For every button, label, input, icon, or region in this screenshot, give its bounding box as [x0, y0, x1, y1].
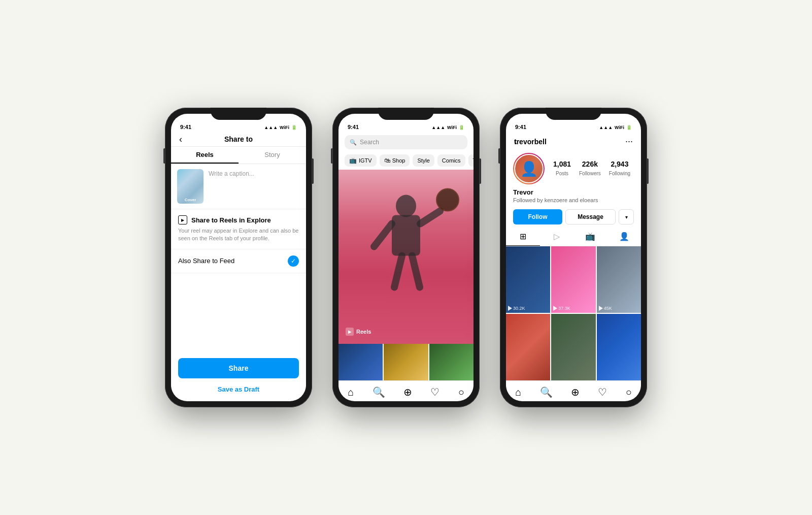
nav-profile-icon[interactable]: ○ [458, 387, 464, 398]
chip-comics[interactable]: Comics [437, 154, 465, 167]
reel-background [339, 170, 473, 344]
message-button[interactable]: Message [565, 209, 616, 224]
share-button[interactable]: Share [178, 358, 299, 378]
shop-icon: 🛍 [384, 157, 390, 164]
also-share-toggle[interactable]: ✓ [288, 255, 299, 267]
profile-back-button[interactable]: ‹ [514, 136, 517, 147]
back-button[interactable]: ‹ [179, 134, 182, 145]
search-placeholder: Search [360, 139, 379, 146]
view-count-3: 45K [604, 306, 612, 311]
phone-share-reels: 9:41 ▲▲▲ WiFi 🔋 ‹ Share to Reels Story C… [165, 108, 312, 407]
wifi-icon: WiFi [280, 125, 289, 130]
tab-reels[interactable]: Reels [171, 147, 239, 164]
photo-cell-3[interactable]: 45K [597, 246, 641, 313]
svg-line-5 [394, 256, 402, 287]
phone-profile: 9:41 ▲▲▲ WiFi 🔋 ‹ trevorbell ··· 👤 [500, 108, 647, 407]
svg-line-6 [412, 256, 420, 287]
time-3: 9:41 [515, 124, 526, 130]
chip-tvmovie[interactable]: TV & Movie [468, 154, 473, 167]
chip-style-label: Style [417, 157, 429, 164]
search-icon: 🔍 [350, 139, 357, 146]
tab-story[interactable]: Story [239, 147, 306, 164]
profile-name-section: Trevor Followed by kenzoere and eloears [506, 187, 641, 206]
svg-rect-1 [392, 215, 420, 256]
posts-count: 1,081 [553, 160, 571, 168]
dropdown-button[interactable]: ▾ [619, 209, 634, 224]
play-icon-3 [599, 306, 603, 311]
play-icon-1 [508, 306, 512, 311]
signal-icon-2: ▲▲▲ [431, 125, 445, 130]
following-count: 2,943 [609, 160, 630, 168]
share-explore-title-row: ▶ Share to Reels in Explore [178, 215, 299, 224]
tabs-row: Reels Story [171, 147, 306, 164]
share-explore-section: ▶ Share to Reels in Explore Your reel ma… [171, 209, 306, 249]
status-icons-2: ▲▲▲ WiFi 🔋 [431, 125, 464, 130]
svg-point-4 [436, 189, 459, 211]
grid-cell-3[interactable] [429, 344, 473, 380]
photo-grid: 30.2K 37.3K 45K [506, 246, 641, 380]
phones-container: 9:41 ▲▲▲ WiFi 🔋 ‹ Share to Reels Story C… [155, 98, 657, 417]
nav-profile-3[interactable]: ○ [626, 387, 632, 398]
bottom-nav-2: ⌂ 🔍 ⊕ ♡ ○ [339, 380, 473, 401]
battery-icon-2: 🔋 [459, 125, 464, 130]
search-bar[interactable]: 🔍 Search [345, 135, 467, 149]
chip-style[interactable]: Style [413, 154, 434, 167]
photo-cell-2[interactable]: 37.3K [551, 246, 595, 313]
caption-input[interactable]: Write a caption... [209, 169, 300, 204]
battery-icon-3: 🔋 [626, 125, 632, 130]
nav-add-3[interactable]: ⊕ [571, 386, 580, 398]
avatar-icon: 👤 [520, 160, 538, 177]
action-buttons-row: Follow Message ▾ [506, 206, 641, 228]
photo-cell-1[interactable]: 30.2K [506, 246, 550, 313]
nav-home-3[interactable]: ⌂ [515, 387, 521, 398]
chip-shop[interactable]: 🛍 Shop [380, 154, 410, 167]
photo-cell-6[interactable] [597, 314, 641, 380]
tab-grid[interactable]: ⊞ [506, 228, 540, 246]
nav-heart-icon[interactable]: ♡ [430, 386, 439, 398]
chip-comics-label: Comics [442, 157, 461, 164]
also-share-row[interactable]: Also Share to Feed ✓ [171, 249, 306, 273]
nav-home-icon[interactable]: ⌂ [348, 387, 354, 398]
more-options-button[interactable]: ··· [625, 136, 633, 147]
also-share-label: Also Share to Feed [178, 257, 234, 265]
nav-search-icon[interactable]: 🔍 [373, 386, 385, 398]
nav-heart-3[interactable]: ♡ [598, 386, 607, 398]
share-title: Share to [224, 135, 253, 143]
caption-area: Cover Write a caption... [171, 164, 306, 209]
notch-2 [378, 108, 434, 120]
notch-1 [211, 108, 266, 120]
stat-posts: 1,081 Posts [553, 160, 571, 177]
svg-line-3 [420, 211, 440, 224]
profile-header: ‹ trevorbell ··· [506, 132, 641, 150]
save-draft-button[interactable]: Save as Draft [178, 383, 299, 395]
status-icons-3: ▲▲▲ WiFi 🔋 [599, 125, 632, 130]
photo-cell-4[interactable] [506, 314, 550, 380]
tab-reels[interactable]: ▷ [540, 228, 574, 246]
main-reel-area: ▶ Reels [339, 170, 473, 344]
tab-tagged[interactable]: 👤 [607, 228, 641, 246]
avatar-image: 👤 [514, 154, 544, 183]
categories-row: 📺 IGTV 🛍 Shop Style Comics TV & Movie [339, 152, 473, 170]
posts-label: Posts [556, 171, 568, 176]
reel-small-icon: ▶ [346, 328, 354, 336]
profile-tabs: ⊞ ▷ 📺 👤 [506, 228, 641, 246]
nav-search-3[interactable]: 🔍 [540, 386, 553, 398]
photo-cell-5[interactable] [551, 314, 595, 380]
battery-icon: 🔋 [291, 125, 297, 130]
phone1-actions: Share Save as Draft [171, 352, 306, 401]
profile-info-row: 👤 1,081 Posts 226k Followers 2,943 Follo… [506, 150, 641, 187]
svg-line-2 [374, 224, 392, 247]
play-icon-2 [553, 306, 557, 311]
chip-igtv[interactable]: 📺 IGTV [345, 154, 377, 167]
grid-cell-1[interactable] [339, 344, 383, 380]
grid-cell-2[interactable] [384, 344, 428, 380]
bottom-nav-3: ⌂ 🔍 ⊕ ♡ ○ [506, 380, 641, 401]
wifi-icon-2: WiFi [447, 125, 457, 130]
tab-igtv[interactable]: 📺 [573, 228, 607, 246]
reel-text: Reels [356, 329, 371, 335]
phone3-inner: 9:41 ▲▲▲ WiFi 🔋 ‹ trevorbell ··· 👤 [506, 114, 641, 401]
share-explore-desc: Your reel may appear in Explore and can … [178, 227, 299, 243]
follow-button[interactable]: Follow [513, 209, 562, 224]
nav-add-icon[interactable]: ⊕ [403, 386, 412, 398]
status-icons-1: ▲▲▲ WiFi 🔋 [264, 125, 297, 130]
